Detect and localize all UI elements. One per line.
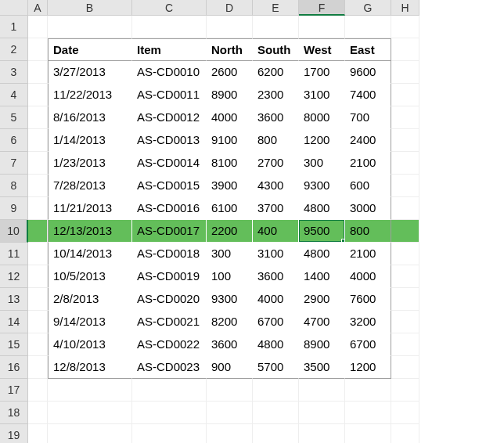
- cell-B3[interactable]: 3/27/2013: [48, 61, 132, 84]
- cell-D18[interactable]: [207, 402, 253, 424]
- cell-G6[interactable]: 2400: [345, 129, 391, 152]
- row-header-9[interactable]: 9: [0, 197, 28, 220]
- cell-E13[interactable]: 4000: [253, 288, 299, 311]
- cell-B9[interactable]: 11/21/2013: [48, 197, 132, 220]
- cell-H5[interactable]: [391, 106, 419, 129]
- cell-E18[interactable]: [253, 402, 299, 424]
- row-header-18[interactable]: 18: [0, 402, 28, 424]
- cell-G5[interactable]: 700: [345, 106, 391, 129]
- cell-H9[interactable]: [391, 197, 419, 220]
- cell-F3[interactable]: 1700: [299, 61, 345, 84]
- cell-F4[interactable]: 3100: [299, 84, 345, 106]
- cell-E12[interactable]: 3600: [253, 265, 299, 288]
- cell-D12[interactable]: 100: [207, 265, 253, 288]
- cell-C19[interactable]: [132, 424, 207, 443]
- cell-F15[interactable]: 8900: [299, 333, 345, 356]
- cell-G1[interactable]: [345, 16, 391, 38]
- cell-H13[interactable]: [391, 288, 419, 311]
- cell-A9[interactable]: [28, 197, 48, 220]
- cell-G12[interactable]: 4000: [345, 265, 391, 288]
- spreadsheet-grid[interactable]: ABCDEFGH12DateItemNorthSouthWestEast33/2…: [0, 0, 504, 443]
- cell-C12[interactable]: AS-CD0019: [132, 265, 207, 288]
- cell-B4[interactable]: 11/22/2013: [48, 84, 132, 106]
- cell-G3[interactable]: 9600: [345, 61, 391, 84]
- cell-H8[interactable]: [391, 175, 419, 197]
- col-header-B[interactable]: B: [48, 0, 132, 16]
- cell-E8[interactable]: 4300: [253, 175, 299, 197]
- cell-B15[interactable]: 4/10/2013: [48, 333, 132, 356]
- row-header-15[interactable]: 15: [0, 333, 28, 356]
- cell-C13[interactable]: AS-CD0020: [132, 288, 207, 311]
- cell-D6[interactable]: 9100: [207, 129, 253, 152]
- cell-C15[interactable]: AS-CD0022: [132, 333, 207, 356]
- cell-H4[interactable]: [391, 84, 419, 106]
- cell-B19[interactable]: [48, 424, 132, 443]
- cell-D19[interactable]: [207, 424, 253, 443]
- cell-A13[interactable]: [28, 288, 48, 311]
- cell-A18[interactable]: [28, 402, 48, 424]
- col-header-H[interactable]: H: [391, 0, 419, 16]
- cell-E5[interactable]: 3600: [253, 106, 299, 129]
- cell-E16[interactable]: 5700: [253, 356, 299, 379]
- row-header-5[interactable]: 5: [0, 106, 28, 129]
- cell-A5[interactable]: [28, 106, 48, 129]
- cell-G9[interactable]: 3000: [345, 197, 391, 220]
- cell-F19[interactable]: [299, 424, 345, 443]
- cell-B12[interactable]: 10/5/2013: [48, 265, 132, 288]
- row-header-2[interactable]: 2: [0, 38, 28, 61]
- cell-B16[interactable]: 12/8/2013: [48, 356, 132, 379]
- cell-C9[interactable]: AS-CD0016: [132, 197, 207, 220]
- cell-H14[interactable]: [391, 311, 419, 333]
- row-header-4[interactable]: 4: [0, 84, 28, 106]
- cell-E11[interactable]: 3100: [253, 243, 299, 265]
- cell-E19[interactable]: [253, 424, 299, 443]
- cell-D8[interactable]: 3900: [207, 175, 253, 197]
- cell-A4[interactable]: [28, 84, 48, 106]
- cell-C14[interactable]: AS-CD0021: [132, 311, 207, 333]
- cell-D2[interactable]: North: [207, 38, 253, 61]
- cell-A3[interactable]: [28, 61, 48, 84]
- cell-B14[interactable]: 9/14/2013: [48, 311, 132, 333]
- cell-D11[interactable]: 300: [207, 243, 253, 265]
- row-header-10[interactable]: 10: [0, 220, 28, 243]
- cell-B17[interactable]: [48, 379, 132, 402]
- cell-H15[interactable]: [391, 333, 419, 356]
- cell-E4[interactable]: 2300: [253, 84, 299, 106]
- cell-F1[interactable]: [299, 16, 345, 38]
- cell-D16[interactable]: 900: [207, 356, 253, 379]
- cell-D9[interactable]: 6100: [207, 197, 253, 220]
- cell-D14[interactable]: 8200: [207, 311, 253, 333]
- cell-B6[interactable]: 1/14/2013: [48, 129, 132, 152]
- col-header-E[interactable]: E: [253, 0, 299, 16]
- cell-D7[interactable]: 8100: [207, 152, 253, 175]
- cell-C4[interactable]: AS-CD0011: [132, 84, 207, 106]
- col-header-G[interactable]: G: [345, 0, 391, 16]
- cell-G2[interactable]: East: [345, 38, 391, 61]
- cell-F8[interactable]: 9300: [299, 175, 345, 197]
- cell-D13[interactable]: 9300: [207, 288, 253, 311]
- cell-C6[interactable]: AS-CD0013: [132, 129, 207, 152]
- cell-G19[interactable]: [345, 424, 391, 443]
- cell-C16[interactable]: AS-CD0023: [132, 356, 207, 379]
- row-header-1[interactable]: 1: [0, 16, 28, 38]
- cell-F13[interactable]: 2900: [299, 288, 345, 311]
- cell-F9[interactable]: 4800: [299, 197, 345, 220]
- cell-E1[interactable]: [253, 16, 299, 38]
- cell-E15[interactable]: 4800: [253, 333, 299, 356]
- col-header-D[interactable]: D: [207, 0, 253, 16]
- cell-A2[interactable]: [28, 38, 48, 61]
- cell-A19[interactable]: [28, 424, 48, 443]
- cell-A17[interactable]: [28, 379, 48, 402]
- cell-F2[interactable]: West: [299, 38, 345, 61]
- cell-A11[interactable]: [28, 243, 48, 265]
- cell-C7[interactable]: AS-CD0014: [132, 152, 207, 175]
- col-header-F[interactable]: F: [299, 0, 345, 16]
- cell-B7[interactable]: 1/23/2013: [48, 152, 132, 175]
- cell-C10[interactable]: AS-CD0017: [132, 220, 207, 243]
- cell-A10[interactable]: [28, 220, 48, 243]
- cell-E17[interactable]: [253, 379, 299, 402]
- cell-E2[interactable]: South: [253, 38, 299, 61]
- cell-D4[interactable]: 8900: [207, 84, 253, 106]
- cell-C11[interactable]: AS-CD0018: [132, 243, 207, 265]
- cell-H7[interactable]: [391, 152, 419, 175]
